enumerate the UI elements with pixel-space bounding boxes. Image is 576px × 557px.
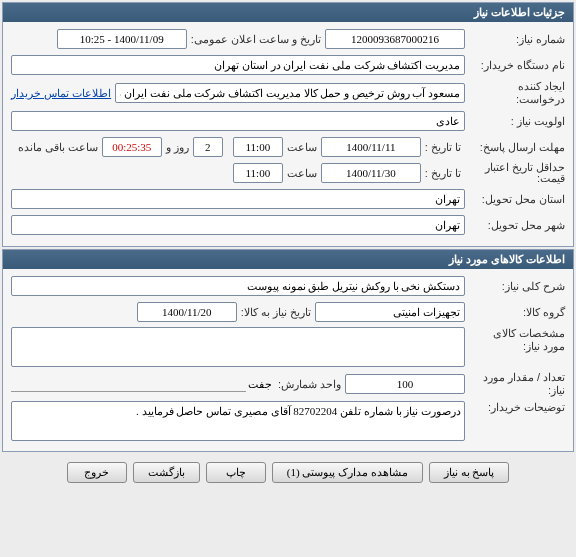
province-input xyxy=(11,189,465,209)
validity-date-input xyxy=(321,163,421,183)
button-bar: پاسخ به نیاز مشاهده مدارک پیوستی (1) چاپ… xyxy=(0,454,576,491)
print-button[interactable]: چاپ xyxy=(206,462,266,483)
spec-label: مشخصات کالای مورد نیاز: xyxy=(465,327,565,353)
to-date-label-1: تا تاریخ : xyxy=(421,141,465,154)
buyer-name-label: نام دستگاه خریدار: xyxy=(465,59,565,72)
qty-input xyxy=(345,374,465,394)
priority-input xyxy=(11,111,465,131)
days-label: روز و xyxy=(162,141,193,154)
to-date-label-2: تا تاریخ : xyxy=(421,167,465,180)
need-date-input xyxy=(137,302,237,322)
announce-label: تاریخ و ساعت اعلان عمومی: xyxy=(187,33,325,46)
panel2-body: شرح کلی نیاز: گروه کالا: تاریخ نیاز به ک… xyxy=(3,269,573,451)
notes-label: توضیحات خریدار: xyxy=(465,401,565,414)
qty-label: تعداد / مقدار مورد نیاز: xyxy=(465,371,565,397)
panel2-title: اطلاعات کالاهای مورد نیاز xyxy=(3,250,573,269)
validity-label: حداقل تاریخ اعتبار قیمت: xyxy=(465,162,565,184)
creator-label: ایجاد کننده درخواست: xyxy=(465,80,565,106)
group-input xyxy=(315,302,465,322)
group-label: گروه کالا: xyxy=(465,306,565,319)
reply-button[interactable]: پاسخ به نیاز xyxy=(429,462,510,483)
city-label: شهر محل تحویل: xyxy=(465,219,565,232)
announce-input xyxy=(57,29,187,49)
validity-time-input xyxy=(233,163,283,183)
panel1-body: شماره نیاز: تاریخ و ساعت اعلان عمومی: نا… xyxy=(3,22,573,246)
unit-label: واحد شمارش: xyxy=(274,378,345,391)
creator-input xyxy=(115,83,465,103)
desc-input xyxy=(11,276,465,296)
remaining-label: ساعت باقی مانده xyxy=(14,141,102,154)
unit-underline xyxy=(11,376,246,392)
days-remaining-input xyxy=(193,137,223,157)
need-details-panel: جزئیات اطلاعات نیاز شماره نیاز: تاریخ و … xyxy=(2,2,574,247)
need-number-input xyxy=(325,29,465,49)
unit-value: جفت xyxy=(246,378,274,391)
time-remaining-input xyxy=(102,137,162,157)
exit-button[interactable]: خروج xyxy=(67,462,127,483)
deadline-time-input xyxy=(233,137,283,157)
deadline-label: مهلت ارسال پاسخ: xyxy=(465,141,565,154)
spec-textarea xyxy=(11,327,465,367)
desc-label: شرح کلی نیاز: xyxy=(465,280,565,293)
need-date-label: تاریخ نیاز به کالا: xyxy=(237,306,315,319)
priority-label: اولویت نیاز : xyxy=(465,115,565,128)
city-input xyxy=(11,215,465,235)
time-label-2: ساعت xyxy=(283,167,321,180)
time-label-1: ساعت xyxy=(283,141,321,154)
attachments-button[interactable]: مشاهده مدارک پیوستی (1) xyxy=(272,462,423,483)
goods-info-panel: اطلاعات کالاهای مورد نیاز شرح کلی نیاز: … xyxy=(2,249,574,452)
buyer-name-input xyxy=(11,55,465,75)
deadline-date-input xyxy=(321,137,421,157)
panel1-title: جزئیات اطلاعات نیاز xyxy=(3,3,573,22)
province-label: استان محل تحویل: xyxy=(465,193,565,206)
buyer-contact-link[interactable]: اطلاعات تماس خریدار xyxy=(11,87,111,100)
need-number-label: شماره نیاز: xyxy=(465,33,565,46)
back-button[interactable]: بازگشت xyxy=(133,462,200,483)
notes-textarea xyxy=(11,401,465,441)
